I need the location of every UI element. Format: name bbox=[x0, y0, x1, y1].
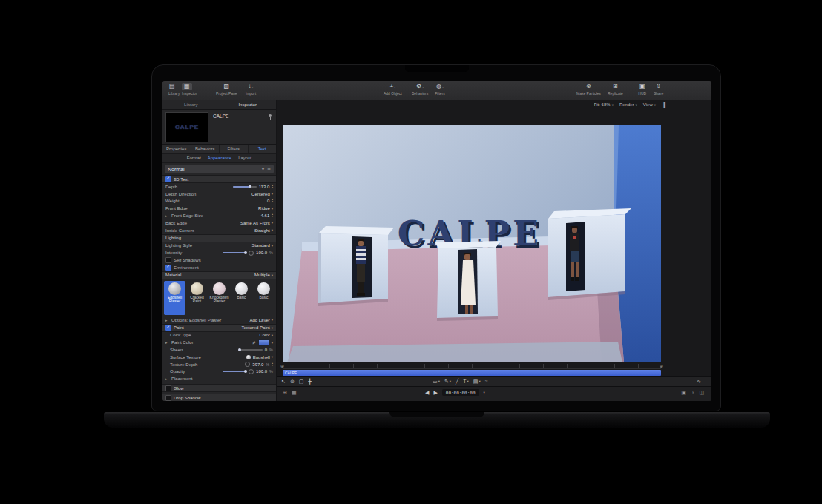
paint-checkbox[interactable] bbox=[165, 325, 171, 331]
mini-timeline: ⊕ ⊕ CALPE bbox=[283, 364, 661, 376]
3d-text-checkbox[interactable] bbox=[165, 176, 171, 182]
crop-tool[interactable]: ▢ bbox=[299, 379, 304, 385]
keyframe-curve-icon[interactable]: ∿ bbox=[697, 379, 701, 385]
intensity-slider[interactable] bbox=[223, 252, 246, 253]
front-edge-size-stepper[interactable]: ▴▾ bbox=[272, 213, 273, 218]
material-swatch-basic-2[interactable]: Basic bbox=[253, 281, 274, 315]
behaviors-button[interactable]: ⚙▾ Behaviors bbox=[412, 83, 428, 96]
share-button[interactable]: ⇧ Share bbox=[654, 83, 663, 96]
color-type-popup[interactable]: Color ▾ bbox=[259, 333, 273, 337]
blend-mode-popup[interactable]: Normal ▾ ≣ bbox=[165, 165, 274, 173]
adjust-item-tool[interactable]: ⊚ bbox=[290, 379, 295, 385]
audio-icon[interactable]: ♪ bbox=[691, 390, 694, 396]
subtab-appearance[interactable]: Appearance bbox=[208, 154, 231, 162]
disclosure-icon[interactable]: ▸ bbox=[165, 340, 169, 345]
add-layer-popup[interactable]: Add Layer ▾ bbox=[249, 318, 273, 322]
eyedropper-icon[interactable]: ✎ bbox=[251, 341, 257, 345]
front-edge-popup[interactable]: Ridge ▾ bbox=[258, 206, 273, 210]
pane-toggle-icon[interactable]: ▐ bbox=[662, 100, 665, 110]
line-tool[interactable]: ╱ bbox=[456, 379, 458, 385]
full-screen-icon[interactable]: ◫ bbox=[699, 390, 704, 396]
depth-stepper[interactable]: ▴▾ bbox=[272, 185, 273, 189]
inside-corners-popup[interactable]: Straight ▾ bbox=[254, 228, 273, 233]
timeline-ruler[interactable]: ⊕ ⊕ bbox=[283, 364, 661, 369]
texture-depth-stepper[interactable]: ▴▾ bbox=[272, 362, 273, 367]
disclosure-icon[interactable]: ▸ bbox=[165, 318, 169, 322]
bezier-tool[interactable]: ✎▾ bbox=[444, 379, 451, 385]
material-swatch-knockdown-plaster[interactable]: Knockdown Plaster bbox=[208, 281, 230, 315]
pin-icon[interactable] bbox=[269, 114, 272, 117]
lighting-style-popup[interactable]: Standard ▾ bbox=[251, 243, 273, 248]
subtab-layout[interactable]: Layout bbox=[238, 154, 251, 162]
animation-menu-icon[interactable] bbox=[249, 251, 254, 256]
param-row-options: ▸ Options: Eggshell Plaster Add Layer ▾ bbox=[162, 316, 276, 324]
param-row-texture-depth: Texture Depth 397.0 % ▴▾ bbox=[162, 361, 276, 368]
play-button[interactable]: ▶ bbox=[433, 390, 437, 396]
loop-icon[interactable]: ▣ bbox=[681, 390, 686, 396]
material-swatch-basic-1[interactable]: Basic bbox=[231, 281, 252, 315]
tab-properties[interactable]: Properties bbox=[162, 145, 191, 153]
select-transform-tool[interactable]: ↖ bbox=[281, 379, 286, 385]
sheen-slider[interactable] bbox=[239, 349, 263, 351]
hud-button[interactable]: ▣ HUD bbox=[637, 83, 648, 96]
param-row-opacity: Opacity 100.0 % bbox=[162, 368, 276, 376]
gradient-tool[interactable]: ▤▾ bbox=[473, 379, 481, 385]
subtab-format[interactable]: Format bbox=[187, 154, 201, 162]
render-popup[interactable]: Render ▾ bbox=[619, 100, 637, 110]
glow-checkbox[interactable] bbox=[165, 385, 171, 391]
object-thumbnail[interactable]: CALPE bbox=[165, 112, 208, 142]
self-shadows-checkbox[interactable] bbox=[165, 257, 171, 263]
import-button[interactable]: ↓▾ Import bbox=[246, 83, 256, 96]
disclosure-icon[interactable]: ▸ bbox=[165, 377, 169, 381]
filters-button[interactable]: ◍▾ Filters bbox=[434, 83, 446, 96]
tab-library[interactable]: Library bbox=[162, 100, 220, 109]
chevron-down-icon: ▾ bbox=[272, 221, 273, 225]
animation-menu-icon[interactable] bbox=[249, 369, 254, 374]
show-audio-icon[interactable]: ▦ bbox=[292, 390, 297, 396]
tab-behaviors[interactable]: Behaviors bbox=[191, 145, 220, 153]
library-button[interactable]: ▤ bbox=[167, 83, 177, 90]
timeline-track-calpe[interactable]: CALPE bbox=[283, 370, 661, 376]
back-edge-popup[interactable]: Same As Front ▾ bbox=[240, 221, 273, 225]
environment-checkbox[interactable] bbox=[165, 265, 171, 271]
show-hide-timeline-icon[interactable]: ⊞ bbox=[283, 390, 287, 396]
replicate-button[interactable]: ⊞ Replicate bbox=[608, 83, 623, 96]
material-swatch-eggshell-plaster[interactable]: Eggshell Plaster bbox=[164, 281, 185, 315]
depth-direction-popup[interactable]: Centered ▾ bbox=[251, 192, 273, 196]
person-center bbox=[461, 253, 476, 314]
chevron-down-icon: ▾ bbox=[450, 379, 451, 383]
paint-stroke-tool[interactable]: ≈ bbox=[485, 379, 488, 384]
make-particles-button[interactable]: ⊛ Make Particles bbox=[576, 83, 601, 96]
drop-shadow-checkbox[interactable] bbox=[165, 395, 171, 401]
anchor-point-tool[interactable]: ╋ bbox=[308, 379, 311, 385]
canvas-viewport[interactable]: CALPE CALPE bbox=[283, 125, 661, 362]
previous-frame-button[interactable]: ◀ bbox=[425, 390, 429, 396]
tab-inspector[interactable]: Inspector bbox=[220, 100, 277, 109]
tab-text[interactable]: Text bbox=[249, 145, 277, 153]
animation-menu-icon[interactable] bbox=[245, 362, 250, 367]
chevron-down-icon: ▾ bbox=[467, 379, 469, 383]
material-popup[interactable]: Multiple ▾ bbox=[254, 273, 273, 277]
depth-slider[interactable] bbox=[233, 186, 257, 188]
inspector-button[interactable]: ▦ bbox=[182, 83, 192, 90]
paint-color-swatch[interactable] bbox=[258, 339, 269, 346]
material-swatch-cracked-paint[interactable]: Cracked Paint bbox=[186, 281, 208, 315]
fit-zoom-popup[interactable]: Fit: 68% ▾ bbox=[594, 100, 614, 110]
text-tool[interactable]: T▾ bbox=[463, 379, 469, 384]
add-object-button[interactable]: +▾ Add Object bbox=[384, 83, 402, 96]
tab-filters[interactable]: Filters bbox=[220, 145, 249, 153]
surface-texture-popup[interactable]: Eggshell ▾ bbox=[253, 355, 273, 359]
project-pane-button[interactable]: ▧ Project Pane bbox=[216, 83, 237, 96]
timecode-display[interactable]: 00:00:00:00 bbox=[442, 389, 479, 396]
inspector-icon: ▦ bbox=[182, 83, 192, 90]
add-object-icon: +▾ bbox=[388, 83, 398, 90]
disclosure-icon[interactable]: ▸ bbox=[165, 213, 169, 218]
view-popup[interactable]: View ▾ bbox=[643, 100, 656, 110]
opacity-slider[interactable] bbox=[223, 371, 246, 372]
rectangle-tool[interactable]: ▭▾ bbox=[433, 379, 440, 385]
play-range-start-icon[interactable]: ⊕ bbox=[280, 363, 284, 369]
weight-stepper[interactable]: ▴▾ bbox=[272, 199, 273, 203]
blend-mode-value: Normal bbox=[168, 167, 185, 172]
play-range-end-icon[interactable]: ⊕ bbox=[660, 363, 663, 369]
paint-type-popup[interactable]: Textured Paint ▾ bbox=[241, 325, 273, 330]
